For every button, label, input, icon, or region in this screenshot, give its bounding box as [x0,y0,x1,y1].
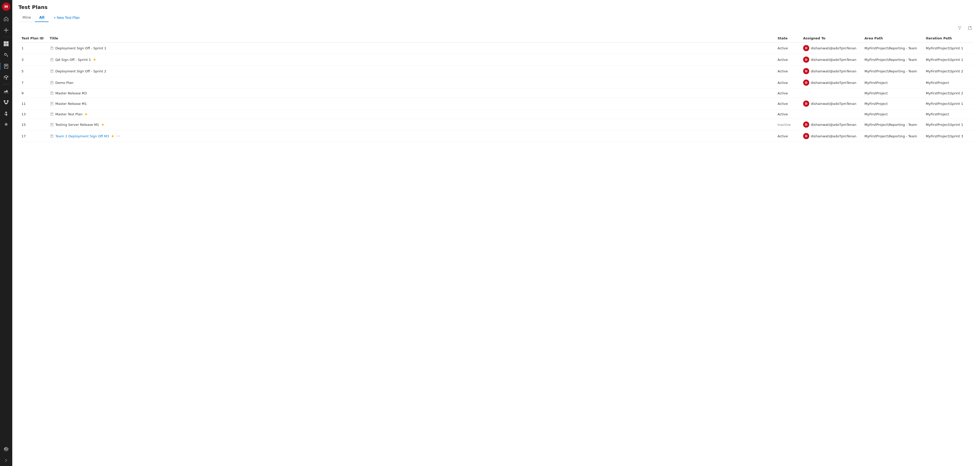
star-icon[interactable]: ★ [111,134,114,138]
cell-iteration-path: MyFirstProject [923,77,974,88]
repos-icon[interactable] [0,49,12,61]
expand-nav-icon[interactable] [0,455,12,466]
cell-title: QA Sign Off - Sprint 1★ [47,54,775,65]
cell-iteration-path: MyFirstProject [923,110,974,119]
cell-area-path: MyFirstProject\Reporting - Team [861,119,923,131]
svg-point-5 [7,101,8,102]
avatar: D [803,68,809,74]
page-header: Test Plans Mine All + New Test Plan [12,0,980,22]
cell-state: Active [775,65,800,77]
table-row: 17Team 2 Deployment Sign Off M3★···Activ… [18,131,974,142]
col-header-iteration: Iteration Path [923,34,974,43]
star-icon[interactable]: ★ [84,112,88,116]
new-test-plan-button[interactable]: + New Test Plan [51,14,83,21]
settings-icon[interactable] [0,444,12,455]
table-row: 5Deployment Sign Off - Sprint 2ActiveDdi… [18,65,974,77]
test-plans-table: Test Plan ID Title State Assigned To Are… [18,34,974,142]
plan-icon [50,81,54,85]
row-actions: ··· [116,134,120,139]
cell-state: Active [775,54,800,65]
open-in-new-button[interactable] [966,24,974,32]
plan-icon [50,123,54,127]
cell-title-text: Deployment Sign Off - Sprint 2 [56,69,107,73]
table-header-row: Test Plan ID Title State Assigned To Are… [18,34,974,43]
table-row: 13Master Test Plan★ActiveMyFirstProjectM… [18,110,974,119]
plan-icon [50,102,54,105]
cell-area-path: MyFirstProject [861,98,923,110]
table-row: 1Deployment Sign Off - Sprint 1ActiveDdi… [18,43,974,54]
tab-mine[interactable]: Mine [18,13,35,22]
cell-state: Active [775,43,800,54]
cell-assigned: Ddishainwati@adoTpmTenan [800,54,861,65]
cell-assigned: Ddishainwati@adoTpmTenan [800,77,861,88]
assigned-name: dishainwati@adoTpmTenan [811,102,856,105]
cell-title-text: Master Test Plan [56,112,83,116]
cell-assigned: Ddishainwati@adoTpmTenan [800,65,861,77]
pipelines-icon[interactable] [0,97,12,108]
boards-icon[interactable] [0,38,12,49]
table-row: 3QA Sign Off - Sprint 1★ActiveDdishainwa… [18,54,974,65]
assigned-name: dishainwati@adoTpmTenan [811,81,856,85]
cell-id: 9 [18,88,47,98]
filter-button[interactable] [955,24,964,32]
cell-title-text: Master Release M3 [56,91,87,95]
cell-iteration-path: MyFirstProject\Sprint 1 [923,43,974,54]
tab-bar: Mine All [18,13,49,22]
cell-id: 3 [18,54,47,65]
col-header-title: Title [47,34,775,43]
cell-id: 7 [18,77,47,88]
plan-icon [50,57,54,62]
avatar: D [803,56,809,63]
manage-icon[interactable] [0,119,12,131]
toolbar-row [12,22,980,34]
cell-title: Deployment Sign Off - Sprint 2 [47,65,775,77]
cell-title: Master Release M1 [47,98,775,110]
cell-area-path: MyFirstProject\Reporting - Team [861,131,923,142]
cell-title: Testing Server Release M1★ [47,119,775,131]
star-icon[interactable]: ★ [93,57,96,62]
avatar: D [803,121,809,128]
svg-point-4 [4,101,5,102]
cell-title: Team 2 Deployment Sign Off M3★··· [47,131,775,142]
tab-all[interactable]: All [35,13,48,22]
left-nav: M [0,0,12,466]
cell-title-text[interactable]: Team 2 Deployment Sign Off M3 [56,134,109,138]
user-avatar[interactable]: M [2,3,10,11]
cell-title: Demo Plan [47,77,775,88]
cell-title-text: Testing Server Release M1 [56,123,99,127]
cell-area-path: MyFirstProject [861,110,923,119]
plan-icon [50,134,54,138]
table-row: 15Testing Server Release M1★InactiveDdis… [18,119,974,131]
avatar: D [803,80,809,86]
cell-title-text: Master Release M1 [56,102,87,105]
cell-title-text: Deployment Sign Off - Sprint 1 [56,46,107,50]
table-body: 1Deployment Sign Off - Sprint 1ActiveDdi… [18,43,974,142]
table-container: Test Plan ID Title State Assigned To Are… [12,34,980,466]
cell-id: 17 [18,131,47,142]
artifacts-icon[interactable] [0,72,12,83]
cell-area-path: MyFirstProject [861,77,923,88]
cell-title: Master Test Plan★ [47,110,775,119]
assigned-name: dishainwati@adoTpmTenan [811,134,856,138]
cell-id: 13 [18,110,47,119]
page-title: Test Plans [18,4,974,10]
analytics-icon[interactable] [0,85,12,97]
cell-assigned: Ddishainwati@adoTpmTenan [800,43,861,54]
table-row: 7Demo PlanActiveDdishainwati@adoTpmTenan… [18,77,974,88]
assigned-name: dishainwati@adoTpmTenan [811,46,856,50]
extensions-icon[interactable] [0,108,12,119]
cell-area-path: MyFirstProject\Reporting - Team [861,65,923,77]
table-row: 11Master Release M1ActiveDdishainwati@ad… [18,98,974,110]
table-row: 9Master Release M3ActiveMyFirstProjectMy… [18,88,974,98]
cell-title: Master Release M3 [47,88,775,98]
testplans-icon[interactable] [0,61,12,72]
col-header-assigned: Assigned To [800,34,861,43]
more-actions-button[interactable]: ··· [116,134,120,139]
cell-iteration-path: MyFirstProject\Sprint 1 [923,119,974,131]
home-icon[interactable] [0,13,12,24]
cell-area-path: MyFirstProject [861,88,923,98]
add-icon[interactable] [0,24,12,36]
svg-rect-1 [6,41,8,43]
cell-state: Active [775,131,800,142]
star-icon[interactable]: ★ [101,123,105,127]
